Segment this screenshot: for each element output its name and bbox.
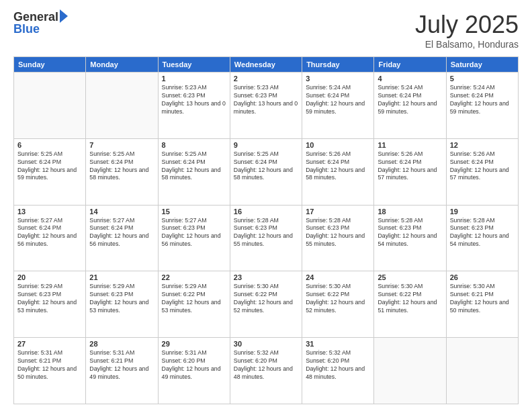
calendar-day-cell: 5Sunrise: 5:24 AM Sunset: 6:24 PM Daylig…: [446, 73, 518, 139]
day-number: 31: [306, 340, 370, 348]
day-number: 20: [17, 273, 82, 281]
calendar-day-cell: 13Sunrise: 5:27 AM Sunset: 6:24 PM Dayli…: [14, 205, 86, 271]
day-info: Sunrise: 5:30 AM Sunset: 6:22 PM Dayligh…: [306, 283, 370, 315]
day-info: Sunrise: 5:30 AM Sunset: 6:21 PM Dayligh…: [450, 283, 515, 315]
day-info: Sunrise: 5:24 AM Sunset: 6:24 PM Dayligh…: [306, 84, 370, 116]
calendar-week-row: 1Sunrise: 5:23 AM Sunset: 6:23 PM Daylig…: [14, 73, 519, 139]
day-number: 22: [162, 273, 226, 281]
calendar-day-cell: 16Sunrise: 5:28 AM Sunset: 6:23 PM Dayli…: [230, 205, 302, 271]
day-info: Sunrise: 5:26 AM Sunset: 6:24 PM Dayligh…: [450, 150, 515, 183]
day-info: Sunrise: 5:31 AM Sunset: 6:21 PM Dayligh…: [89, 349, 154, 381]
svg-marker-0: [60, 9, 68, 23]
day-number: 14: [89, 208, 154, 216]
day-info: Sunrise: 5:25 AM Sunset: 6:24 PM Dayligh…: [17, 150, 82, 183]
day-of-week-header: Saturday: [446, 57, 518, 73]
day-number: 9: [234, 141, 298, 149]
day-of-week-header: Tuesday: [158, 57, 230, 73]
day-number: 30: [234, 340, 298, 348]
calendar-day-cell: [14, 73, 86, 139]
day-number: 29: [162, 340, 226, 348]
day-info: Sunrise: 5:28 AM Sunset: 6:23 PM Dayligh…: [306, 217, 370, 249]
day-number: 5: [450, 75, 515, 83]
calendar-day-cell: 10Sunrise: 5:26 AM Sunset: 6:24 PM Dayli…: [302, 138, 374, 205]
calendar-day-cell: 22Sunrise: 5:29 AM Sunset: 6:22 PM Dayli…: [158, 271, 230, 338]
calendar-day-cell: 14Sunrise: 5:27 AM Sunset: 6:24 PM Dayli…: [86, 205, 158, 271]
day-number: 15: [162, 208, 226, 216]
calendar-week-row: 13Sunrise: 5:27 AM Sunset: 6:24 PM Dayli…: [14, 205, 519, 271]
calendar-day-cell: 29Sunrise: 5:31 AM Sunset: 6:20 PM Dayli…: [158, 338, 230, 404]
logo-chevron-icon: [60, 9, 72, 23]
day-number: 28: [89, 340, 154, 348]
day-of-week-header: Thursday: [302, 57, 374, 73]
day-number: 26: [450, 273, 515, 281]
logo: General Blue: [13, 11, 72, 35]
day-info: Sunrise: 5:25 AM Sunset: 6:24 PM Dayligh…: [162, 150, 226, 183]
calendar-day-cell: 18Sunrise: 5:28 AM Sunset: 6:23 PM Dayli…: [374, 205, 446, 271]
day-number: 1: [162, 75, 226, 83]
day-info: Sunrise: 5:24 AM Sunset: 6:24 PM Dayligh…: [450, 84, 515, 116]
logo-general: General: [13, 11, 58, 23]
calendar-table: SundayMondayTuesdayWednesdayThursdayFrid…: [13, 56, 519, 404]
calendar-header-row: SundayMondayTuesdayWednesdayThursdayFrid…: [14, 57, 519, 73]
calendar-day-cell: 11Sunrise: 5:26 AM Sunset: 6:24 PM Dayli…: [374, 138, 446, 205]
day-info: Sunrise: 5:23 AM Sunset: 6:23 PM Dayligh…: [234, 84, 298, 116]
day-info: Sunrise: 5:29 AM Sunset: 6:23 PM Dayligh…: [89, 283, 154, 315]
day-info: Sunrise: 5:26 AM Sunset: 6:24 PM Dayligh…: [378, 150, 442, 183]
day-info: Sunrise: 5:31 AM Sunset: 6:21 PM Dayligh…: [17, 349, 82, 381]
calendar-day-cell: [374, 338, 446, 404]
day-number: 2: [234, 75, 298, 83]
day-number: 8: [162, 141, 226, 149]
day-of-week-header: Wednesday: [230, 57, 302, 73]
calendar-day-cell: 7Sunrise: 5:25 AM Sunset: 6:24 PM Daylig…: [86, 138, 158, 205]
day-info: Sunrise: 5:30 AM Sunset: 6:22 PM Dayligh…: [234, 283, 298, 315]
day-number: 16: [234, 208, 298, 216]
day-of-week-header: Monday: [86, 57, 158, 73]
calendar-day-cell: 9Sunrise: 5:25 AM Sunset: 6:24 PM Daylig…: [230, 138, 302, 205]
calendar-day-cell: 19Sunrise: 5:28 AM Sunset: 6:23 PM Dayli…: [446, 205, 518, 271]
day-number: 25: [378, 273, 442, 281]
day-info: Sunrise: 5:29 AM Sunset: 6:23 PM Dayligh…: [17, 283, 82, 315]
calendar-day-cell: 30Sunrise: 5:32 AM Sunset: 6:20 PM Dayli…: [230, 338, 302, 404]
day-number: 12: [450, 141, 515, 149]
month-title: July 2025: [415, 11, 519, 39]
calendar-day-cell: 2Sunrise: 5:23 AM Sunset: 6:23 PM Daylig…: [230, 73, 302, 139]
day-info: Sunrise: 5:28 AM Sunset: 6:23 PM Dayligh…: [234, 217, 298, 249]
calendar-day-cell: 26Sunrise: 5:30 AM Sunset: 6:21 PM Dayli…: [446, 271, 518, 338]
day-info: Sunrise: 5:28 AM Sunset: 6:23 PM Dayligh…: [450, 217, 515, 249]
calendar-day-cell: 17Sunrise: 5:28 AM Sunset: 6:23 PM Dayli…: [302, 205, 374, 271]
calendar-day-cell: 8Sunrise: 5:25 AM Sunset: 6:24 PM Daylig…: [158, 138, 230, 205]
day-number: 10: [306, 141, 370, 149]
title-block: July 2025 El Balsamo, Honduras: [415, 11, 519, 50]
day-info: Sunrise: 5:27 AM Sunset: 6:24 PM Dayligh…: [17, 217, 82, 249]
day-info: Sunrise: 5:28 AM Sunset: 6:23 PM Dayligh…: [378, 217, 442, 249]
day-number: 6: [17, 141, 82, 149]
calendar-week-row: 20Sunrise: 5:29 AM Sunset: 6:23 PM Dayli…: [14, 271, 519, 338]
calendar-day-cell: 1Sunrise: 5:23 AM Sunset: 6:23 PM Daylig…: [158, 73, 230, 139]
calendar-day-cell: 3Sunrise: 5:24 AM Sunset: 6:24 PM Daylig…: [302, 73, 374, 139]
calendar-day-cell: 21Sunrise: 5:29 AM Sunset: 6:23 PM Dayli…: [86, 271, 158, 338]
day-info: Sunrise: 5:32 AM Sunset: 6:20 PM Dayligh…: [306, 349, 370, 381]
calendar-week-row: 27Sunrise: 5:31 AM Sunset: 6:21 PM Dayli…: [14, 338, 519, 404]
day-info: Sunrise: 5:32 AM Sunset: 6:20 PM Dayligh…: [234, 349, 298, 381]
day-info: Sunrise: 5:31 AM Sunset: 6:20 PM Dayligh…: [162, 349, 226, 381]
day-info: Sunrise: 5:29 AM Sunset: 6:22 PM Dayligh…: [162, 283, 226, 315]
calendar-day-cell: 27Sunrise: 5:31 AM Sunset: 6:21 PM Dayli…: [14, 338, 86, 404]
logo-blue: Blue: [13, 23, 72, 35]
day-of-week-header: Sunday: [14, 57, 86, 73]
day-number: 7: [89, 141, 154, 149]
day-info: Sunrise: 5:25 AM Sunset: 6:24 PM Dayligh…: [234, 150, 298, 183]
page-header: General Blue July 2025 El Balsamo, Hondu…: [13, 11, 519, 50]
day-number: 27: [17, 340, 82, 348]
day-number: 19: [450, 208, 515, 216]
calendar-week-row: 6Sunrise: 5:25 AM Sunset: 6:24 PM Daylig…: [14, 138, 519, 205]
calendar-day-cell: 20Sunrise: 5:29 AM Sunset: 6:23 PM Dayli…: [14, 271, 86, 338]
location-subtitle: El Balsamo, Honduras: [415, 39, 519, 50]
day-info: Sunrise: 5:27 AM Sunset: 6:24 PM Dayligh…: [89, 217, 154, 249]
day-number: 11: [378, 141, 442, 149]
day-number: 23: [234, 273, 298, 281]
day-number: 4: [378, 75, 442, 83]
calendar-day-cell: 25Sunrise: 5:30 AM Sunset: 6:22 PM Dayli…: [374, 271, 446, 338]
calendar-day-cell: 31Sunrise: 5:32 AM Sunset: 6:20 PM Dayli…: [302, 338, 374, 404]
day-number: 24: [306, 273, 370, 281]
day-info: Sunrise: 5:26 AM Sunset: 6:24 PM Dayligh…: [306, 150, 370, 183]
